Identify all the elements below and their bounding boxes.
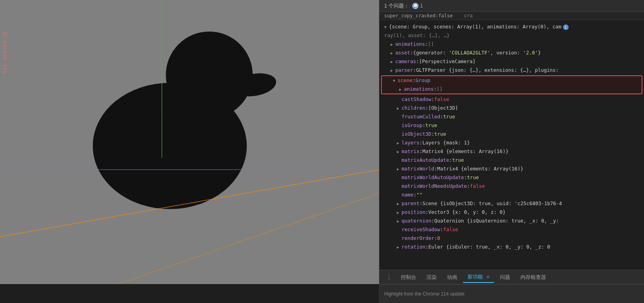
prop-cameras: cameras : [PerspectiveCamera]	[379, 57, 644, 66]
expand-parser[interactable]	[391, 67, 395, 74]
key-animations: animations	[395, 40, 425, 48]
obj-summary-2-text: ray(1), asset: {…}, …}	[384, 32, 450, 39]
key-name: name	[402, 191, 413, 199]
key-isobject3d: isObject3D	[402, 130, 431, 138]
val-parent: Scene {isObject3D: true, uuid: 'c25c6803…	[422, 200, 562, 208]
val-scene-animations: []	[437, 85, 443, 93]
issues-badge-icon: 💬	[412, 3, 419, 9]
object-summary-2: ray(1), asset: {…}, …}	[379, 31, 644, 40]
tab-animation[interactable]: 动画	[442, 272, 462, 282]
props-content[interactable]: {scene: Group, scenes: Array(1), animati…	[379, 20, 644, 270]
colon-quat: :	[431, 217, 434, 225]
key-matrix: matrix	[402, 148, 419, 155]
key-cameras: cameras	[395, 58, 416, 65]
expand-quaternion[interactable]	[397, 218, 402, 224]
prop-position: position : Vector3 {x: 0, y: 0, z: 0}	[379, 208, 644, 217]
prop-isobject3d: isObject3D : true	[379, 130, 644, 138]
val-layers: Layers {mask: 1}	[422, 139, 470, 147]
prop-scene-animations: animations : []	[382, 85, 642, 94]
colon-scene: :	[413, 77, 416, 84]
val-matrix: Matrix4 {elements: Array(16)}	[422, 148, 509, 155]
key-scene-animations: animations	[404, 85, 434, 93]
expand-children[interactable]	[397, 105, 402, 112]
key-position: position	[402, 208, 425, 216]
colon-ro: :	[434, 234, 437, 242]
key-parent: parent	[402, 200, 419, 208]
expand-position[interactable]	[397, 209, 402, 216]
expand-asset[interactable]	[391, 50, 395, 56]
object-summary: {scene: Group, scenes: Array(1), animati…	[379, 22, 644, 31]
key-scene: scene	[398, 77, 413, 84]
colon-mwnu: :	[467, 182, 470, 190]
val-cameras: [PerspectiveCamera]	[419, 58, 475, 65]
expand-animations[interactable]	[391, 41, 395, 48]
expand-matrix[interactable]	[397, 149, 402, 155]
colon-asset: :	[410, 49, 413, 57]
colon-par: :	[419, 200, 422, 208]
tab-dots[interactable]: ⋮	[383, 272, 395, 282]
key-quaternion: quaternion	[402, 217, 431, 225]
tab-memory[interactable]: 内存检查器	[516, 272, 551, 282]
expand-cameras[interactable]	[391, 59, 395, 65]
coord-label: 82.605638.340	[2, 32, 8, 74]
tab-console-label: 控制台	[401, 274, 416, 280]
key-frustumculled: frustumCulled	[402, 113, 440, 121]
colon-mw: :	[434, 165, 437, 173]
tab-issues-label: 问题	[500, 274, 510, 280]
val-animations: []	[428, 40, 434, 48]
devtools-panel: 1 个问题： 💬 1 super_copy_cracked:false cra …	[379, 0, 644, 303]
tab-newfeature-label: 新功能	[468, 274, 483, 280]
tab-render-label: 渲染	[426, 274, 437, 280]
val-rotation: Euler {isEuler: true, _x: 0, _y: 0, _z: …	[428, 243, 550, 251]
overflow-text: cra	[464, 13, 473, 19]
expand-rotation[interactable]	[397, 244, 402, 251]
bottom-subtitle: Highlight from the Chrome 114 update	[379, 284, 644, 303]
summary-text: super_copy_cracked:false	[384, 13, 452, 19]
prop-quaternion: quaternion : Quaternion {isQuaternion: t…	[379, 217, 644, 225]
info-icon[interactable]: i	[563, 24, 569, 30]
prop-matrixautoupdate: matrixAutoUpdate : true	[379, 156, 644, 165]
tab-issues[interactable]: 问题	[495, 272, 515, 282]
key-matrixautoupdate: matrixAutoUpdate	[402, 156, 449, 164]
tab-console[interactable]: 控制台	[396, 272, 421, 282]
prop-matrix: matrix : Matrix4 {elements: Array(16)}	[379, 147, 644, 156]
val-matrixworldneedsupdate: false	[470, 182, 485, 190]
scene-highlight-box: scene : Group animations : []	[381, 75, 642, 94]
val-children: [Object3D]	[428, 104, 458, 112]
tab-close-icon[interactable]: ✕	[486, 275, 490, 279]
val-receiveshadow: false	[443, 226, 458, 234]
expand-scene[interactable]	[393, 78, 398, 84]
colon-ch: :	[425, 104, 428, 112]
obj-summary-text: {scene: Group, scenes: Array(1), animati…	[389, 23, 561, 31]
colon-ig: :	[422, 122, 426, 129]
key-castshadow: castShadow	[402, 95, 431, 103]
issues-badge[interactable]: 💬 1	[412, 3, 423, 9]
val-position: Vector3 {x: 0, y: 0, z: 0}	[428, 208, 506, 216]
prop-isgroup: isGroup : true	[379, 121, 644, 130]
prop-receiveshadow: receiveShadow : false	[379, 225, 644, 234]
expand-matrixworld[interactable]	[397, 166, 402, 172]
key-matrixworld: matrixWorld	[402, 165, 434, 173]
val-scene: Group	[415, 77, 430, 84]
colon-io: :	[431, 130, 434, 138]
expand-root[interactable]	[384, 24, 389, 30]
viewport: 82.605638.340	[0, 0, 379, 284]
tab-newfeature[interactable]: 新功能 ✕	[463, 272, 494, 283]
colon: :	[425, 40, 428, 48]
colon-fc: :	[440, 113, 443, 121]
subtitle-text: Highlight from the Chrome 114 update	[384, 291, 464, 297]
expand-layers[interactable]	[397, 140, 402, 146]
expand-parent[interactable]	[397, 201, 402, 207]
key-matrixworldautoupdate: matrixWorldAutoUpdate	[402, 174, 464, 181]
key-asset: asset	[395, 49, 410, 57]
issues-count: 1	[420, 3, 423, 9]
tab-render[interactable]: 渲染	[422, 272, 441, 282]
colon-mwau: :	[464, 174, 467, 181]
val-quaternion: Quaternion {isQuaternion: true, _x: 0, _…	[434, 217, 559, 225]
val-castshadow: false	[434, 95, 449, 103]
expand-scene-animations[interactable]	[399, 86, 404, 93]
colon-parser: :	[413, 66, 416, 74]
colon-lay: :	[419, 139, 422, 147]
prop-animations-root: animations : []	[379, 40, 644, 49]
tab-animation-label: 动画	[447, 274, 457, 280]
